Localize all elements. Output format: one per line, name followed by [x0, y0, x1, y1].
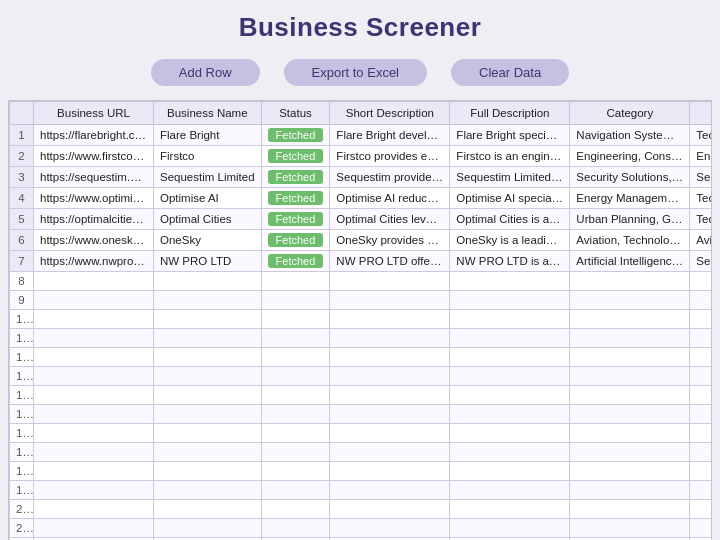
cell-url[interactable]: https://sequestim.com/	[34, 167, 154, 188]
empty-cell[interactable]	[690, 272, 712, 291]
empty-cell[interactable]	[261, 519, 330, 538]
empty-cell[interactable]	[690, 310, 712, 329]
cell-status[interactable]: Fetched	[261, 209, 330, 230]
empty-cell[interactable]	[261, 272, 330, 291]
empty-cell[interactable]	[690, 386, 712, 405]
empty-cell[interactable]	[34, 367, 154, 386]
empty-cell[interactable]	[154, 443, 262, 462]
empty-cell[interactable]	[261, 405, 330, 424]
cell-name[interactable]: Optimal Cities	[154, 209, 262, 230]
cell-industry[interactable]: Engineering Servi...	[690, 146, 712, 167]
empty-cell[interactable]	[570, 481, 690, 500]
cell-full-desc[interactable]: Optimal Cities is a com...	[450, 209, 570, 230]
table-row[interactable]: 4https://www.optimise.c...Optimise AIFet…	[10, 188, 713, 209]
cell-name[interactable]: OneSky	[154, 230, 262, 251]
empty-cell[interactable]	[34, 462, 154, 481]
cell-industry[interactable]: Security and Inve...	[690, 251, 712, 272]
cell-short-desc[interactable]: OneSky provides adva...	[330, 230, 450, 251]
cell-short-desc[interactable]: Optimal Cities leverag...	[330, 209, 450, 230]
empty-cell[interactable]	[690, 462, 712, 481]
empty-cell[interactable]	[34, 291, 154, 310]
empty-cell[interactable]	[570, 443, 690, 462]
cell-name[interactable]: NW PRO LTD	[154, 251, 262, 272]
empty-cell[interactable]	[261, 424, 330, 443]
empty-cell[interactable]	[34, 519, 154, 538]
cell-short-desc[interactable]: Firstco provides engin...	[330, 146, 450, 167]
empty-cell[interactable]	[261, 310, 330, 329]
empty-cell[interactable]	[570, 272, 690, 291]
cell-category[interactable]: Artificial Intelligence, S...	[570, 251, 690, 272]
cell-full-desc[interactable]: Sequestim Limited is a...	[450, 167, 570, 188]
cell-short-desc[interactable]: Flare Bright develops ...	[330, 125, 450, 146]
empty-cell[interactable]	[261, 500, 330, 519]
empty-cell[interactable]	[34, 443, 154, 462]
empty-cell[interactable]	[261, 443, 330, 462]
empty-cell[interactable]	[450, 272, 570, 291]
cell-category[interactable]: Aviation, Technology, T...	[570, 230, 690, 251]
empty-cell[interactable]	[34, 310, 154, 329]
cell-status[interactable]: Fetched	[261, 251, 330, 272]
empty-cell[interactable]	[570, 500, 690, 519]
cell-full-desc[interactable]: OneSky is a leading pr...	[450, 230, 570, 251]
empty-cell[interactable]	[690, 367, 712, 386]
empty-cell[interactable]	[450, 329, 570, 348]
empty-cell[interactable]	[330, 386, 450, 405]
empty-cell[interactable]	[570, 424, 690, 443]
cell-name[interactable]: Sequestim Limited	[154, 167, 262, 188]
empty-cell[interactable]	[450, 443, 570, 462]
col-header-category[interactable]: Category	[570, 102, 690, 125]
cell-url[interactable]: https://www.nwpro.biz/	[34, 251, 154, 272]
empty-cell[interactable]	[34, 500, 154, 519]
empty-cell[interactable]	[330, 443, 450, 462]
cell-status[interactable]: Fetched	[261, 167, 330, 188]
empty-cell[interactable]	[690, 500, 712, 519]
empty-cell[interactable]	[34, 424, 154, 443]
cell-industry[interactable]: Technology, Infor...	[690, 209, 712, 230]
cell-full-desc[interactable]: Firstco is an engineeri...	[450, 146, 570, 167]
empty-cell[interactable]	[154, 500, 262, 519]
cell-short-desc[interactable]: Optimise AI reduces e...	[330, 188, 450, 209]
empty-cell[interactable]	[154, 272, 262, 291]
empty-cell[interactable]	[330, 462, 450, 481]
empty-cell[interactable]	[154, 405, 262, 424]
cell-industry[interactable]: Technology, Infor...	[690, 125, 712, 146]
export-excel-button[interactable]: Export to Excel	[284, 59, 427, 86]
empty-cell[interactable]	[154, 291, 262, 310]
empty-cell[interactable]	[570, 310, 690, 329]
empty-cell[interactable]	[261, 291, 330, 310]
empty-cell[interactable]	[450, 519, 570, 538]
col-header-name[interactable]: Business Name	[154, 102, 262, 125]
cell-full-desc[interactable]: Optimise AI specialises...	[450, 188, 570, 209]
empty-cell[interactable]	[154, 348, 262, 367]
empty-cell[interactable]	[450, 348, 570, 367]
empty-cell[interactable]	[330, 291, 450, 310]
empty-cell[interactable]	[690, 519, 712, 538]
empty-cell[interactable]	[690, 348, 712, 367]
cell-short-desc[interactable]: Sequestim provides ad...	[330, 167, 450, 188]
cell-name[interactable]: Optimise AI	[154, 188, 262, 209]
empty-cell[interactable]	[450, 424, 570, 443]
empty-cell[interactable]	[154, 310, 262, 329]
col-header-industry[interactable]: Industry	[690, 102, 712, 125]
empty-cell[interactable]	[34, 386, 154, 405]
cell-url[interactable]: https://flarebright.co...	[34, 125, 154, 146]
empty-cell[interactable]	[154, 481, 262, 500]
col-header-short-desc[interactable]: Short Description	[330, 102, 450, 125]
cell-status[interactable]: Fetched	[261, 125, 330, 146]
cell-category[interactable]: Urban Planning, GeoAI...	[570, 209, 690, 230]
add-row-button[interactable]: Add Row	[151, 59, 260, 86]
cell-full-desc[interactable]: NW PRO LTD is a secur...	[450, 251, 570, 272]
empty-cell[interactable]	[34, 348, 154, 367]
cell-category[interactable]: Navigation Systems, D...	[570, 125, 690, 146]
empty-cell[interactable]	[450, 500, 570, 519]
empty-cell[interactable]	[154, 424, 262, 443]
cell-industry[interactable]: Security Systems...	[690, 167, 712, 188]
empty-cell[interactable]	[34, 329, 154, 348]
empty-cell[interactable]	[450, 310, 570, 329]
empty-cell[interactable]	[34, 272, 154, 291]
empty-cell[interactable]	[570, 386, 690, 405]
cell-name[interactable]: Flare Bright	[154, 125, 262, 146]
empty-cell[interactable]	[690, 329, 712, 348]
cell-industry[interactable]: Technology, Infor...	[690, 188, 712, 209]
col-header-full-desc[interactable]: Full Description	[450, 102, 570, 125]
